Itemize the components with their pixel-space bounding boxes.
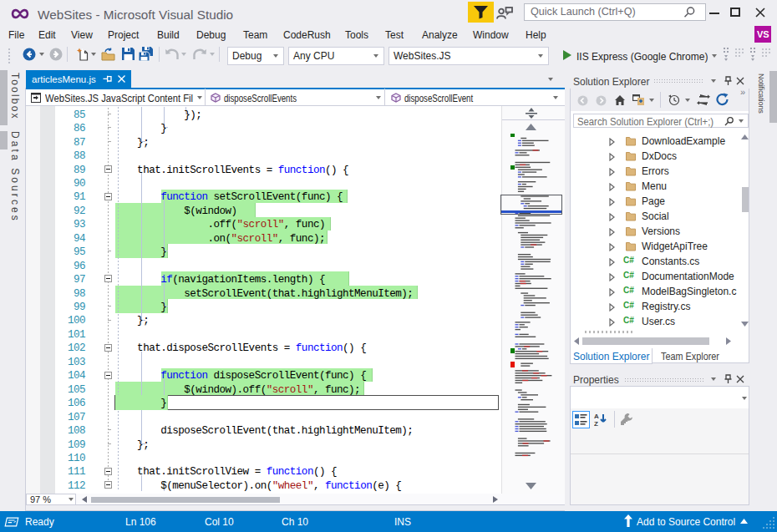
svg-text:A: A (594, 413, 599, 420)
svg-text:Z: Z (594, 420, 598, 427)
